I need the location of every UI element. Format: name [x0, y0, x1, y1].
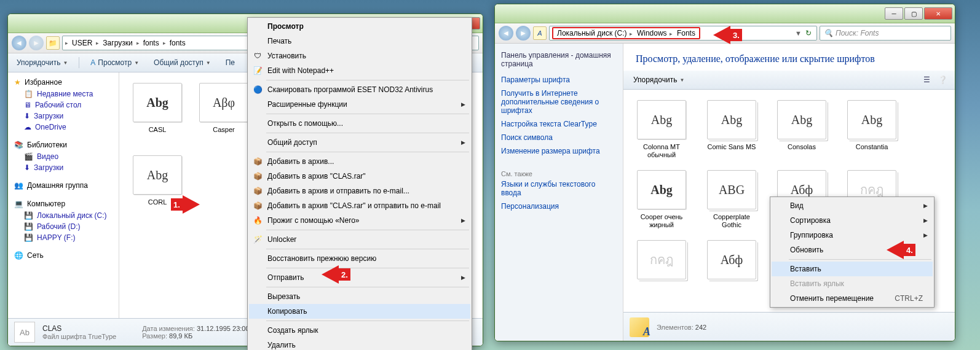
- menu-item[interactable]: Сканировать программой ESET NOD32 Antivi…: [249, 82, 470, 97]
- date-label: Дата изменения:: [142, 325, 195, 332]
- crumb-fonts2[interactable]: fonts: [167, 37, 188, 49]
- network-header[interactable]: 🌐Сеть: [8, 249, 119, 262]
- menu-item[interactable]: Создать ярлык: [249, 323, 470, 338]
- size-value: 89,9 КБ: [169, 332, 192, 340]
- forward-button[interactable]: ►: [29, 36, 44, 50]
- status-thumb-icon: Ab: [14, 322, 35, 343]
- cp-link-online[interactable]: Получить в Интернете дополнительные свед…: [501, 87, 617, 117]
- menu-item[interactable]: Удалить: [249, 338, 470, 350]
- menu-item[interactable]: Расширенные функции▶: [249, 97, 470, 112]
- sidebar-recent[interactable]: 📋Недавние места: [8, 88, 119, 99]
- menu-item[interactable]: Отправить▶: [249, 270, 470, 285]
- menu-item[interactable]: Edit with Notepad++📝: [249, 63, 470, 78]
- statusbar: Элементов: 242: [623, 312, 955, 341]
- sidebar-downloads2[interactable]: ⬇Загрузки: [8, 162, 119, 173]
- crumb-fonts1[interactable]: fonts: [141, 37, 162, 49]
- font-thumb: Abg: [637, 170, 686, 209]
- font-item[interactable]: Абф: [701, 237, 762, 305]
- close-button[interactable]: ✕: [924, 7, 952, 20]
- font-file-CASL[interactable]: AbgCASL: [127, 80, 188, 147]
- organize-button[interactable]: Упорядочить▼: [13, 56, 71, 69]
- menu-item[interactable]: Сортировка▶: [772, 213, 933, 228]
- font-item[interactable]: ABGCopperplate Gothic: [701, 167, 762, 235]
- font-item[interactable]: กคฎ: [631, 237, 692, 305]
- menu-item[interactable]: Общий доступ▶: [249, 135, 470, 150]
- cp-link-lang[interactable]: Языки и службы текстового ввода: [501, 177, 617, 200]
- menu-item[interactable]: Добавить в архив...📦: [249, 154, 470, 169]
- font-item[interactable]: AbgConstantia: [841, 97, 903, 165]
- font-thumb: Абф: [707, 240, 756, 279]
- crumb-c[interactable]: Локальный диск (C:): [555, 28, 630, 39]
- crumb-downloads[interactable]: Загрузки: [100, 37, 135, 49]
- homegroup-header[interactable]: 👥Домашняя группа: [8, 179, 119, 192]
- menu-item[interactable]: Печать: [249, 34, 470, 49]
- font-thumb: ABG: [707, 170, 756, 209]
- share-button[interactable]: Общий доступ▼: [150, 56, 215, 69]
- menu-icon: 🔵: [253, 85, 263, 95]
- font-item[interactable]: AbgComic Sans MS: [701, 97, 762, 165]
- menu-item[interactable]: Вырезать: [249, 289, 470, 304]
- sidebar-onedrive[interactable]: ☁OneDrive: [8, 122, 119, 133]
- back-button[interactable]: ◄: [499, 26, 513, 41]
- sidebar-drive-f[interactable]: 💾HAPPY (F:): [8, 232, 119, 243]
- count-label: Элементов:: [657, 324, 694, 331]
- font-label: Copperplate Gothic: [705, 213, 758, 229]
- view-button[interactable]: ☰: [920, 74, 933, 86]
- crumb-windows[interactable]: Windows: [634, 28, 670, 39]
- menu-shortcut: CTRL+Z: [895, 294, 923, 303]
- font-item[interactable]: AbgConsolas: [771, 97, 832, 165]
- menu-item[interactable]: Просмотр: [249, 19, 470, 34]
- menu-item[interactable]: Прожиг с помощью «Nero»🔥▶: [249, 213, 470, 228]
- cp-link-params[interactable]: Параметры шрифта: [501, 73, 617, 87]
- menu-item[interactable]: Добавить в архив "CLAS.rar"📦: [249, 169, 470, 184]
- menu-item[interactable]: Копировать: [249, 304, 470, 319]
- cp-home-link[interactable]: Панель управления - домашняя страница: [501, 51, 617, 68]
- back-button[interactable]: ◄: [12, 36, 26, 50]
- cp-link-charmap[interactable]: Поиск символа: [501, 131, 617, 144]
- font-thumb: Abg: [133, 155, 182, 195]
- font-item[interactable]: AbgCooper очень жирный: [631, 167, 692, 235]
- minimize-button[interactable]: ─: [885, 7, 903, 20]
- submenu-arrow-icon: ▶: [923, 217, 928, 224]
- font-label: Casper: [213, 126, 234, 134]
- sidebar-desktop[interactable]: 🖥Рабочий стол: [8, 99, 119, 111]
- menu-item[interactable]: Отменить перемещениеCTRL+Z: [772, 291, 933, 306]
- font-item[interactable]: AbgColonna MT обычный: [631, 97, 692, 165]
- sidebar-drive-c[interactable]: 💾Локальный диск (C:): [8, 210, 119, 221]
- menu-item[interactable]: Добавить в архив и отправить по e-mail..…: [249, 184, 470, 198]
- cp-link-personalization[interactable]: Персонализация: [501, 200, 617, 213]
- preview-button[interactable]: AПросмотр▼: [87, 56, 143, 69]
- favorites-header[interactable]: ★Избранное: [8, 76, 119, 88]
- sidebar-drive-d[interactable]: 💾Рабочий (D:): [8, 221, 119, 232]
- libraries-header[interactable]: 📚Библиотеки: [8, 139, 119, 151]
- menu-icon: 🪄: [253, 235, 263, 244]
- font-file-Casper[interactable]: ΑβφCasper: [193, 80, 255, 147]
- menu-item[interactable]: Установить🛡: [249, 49, 470, 63]
- search-input[interactable]: 🔍 Поиск: Fonts: [820, 26, 951, 41]
- maximize-button[interactable]: ▢: [904, 7, 923, 20]
- cp-link-fontsize[interactable]: Изменение размера шрифта: [501, 144, 617, 158]
- sidebar-videos[interactable]: 🎬Видео: [8, 151, 119, 162]
- crumb-user[interactable]: USER: [69, 37, 95, 49]
- cp-link-cleartype[interactable]: Настройка текста ClearType: [501, 117, 617, 131]
- annotation-step3: 3.: [713, 26, 742, 44]
- organize-button[interactable]: Упорядочить▼: [630, 74, 688, 86]
- see-also-header: См. также: [501, 170, 617, 177]
- font-thumb: Abg: [847, 100, 896, 139]
- font-label: Consolas: [788, 143, 816, 151]
- menu-icon: 🛡: [253, 51, 263, 61]
- menu-item[interactable]: Восстановить прежнюю версию: [249, 251, 470, 266]
- crumb-fonts[interactable]: Fonts: [674, 28, 698, 39]
- menu-item[interactable]: Unlocker🪄: [249, 232, 470, 247]
- refresh-icon[interactable]: ↻: [803, 29, 814, 37]
- computer-header[interactable]: 💻Компьютер: [8, 198, 119, 210]
- print-button[interactable]: Пе: [222, 56, 242, 69]
- menu-item[interactable]: Вставить: [772, 262, 933, 276]
- breadcrumb[interactable]: Локальный диск (C:)▸ Windows▸ Fonts ▼ ↻: [549, 26, 817, 41]
- menu-item[interactable]: Вид▶: [772, 198, 933, 213]
- forward-button[interactable]: ►: [516, 26, 531, 41]
- sidebar-downloads[interactable]: ⬇Загрузки: [8, 111, 119, 122]
- menu-item[interactable]: Добавить в архив "CLAS.rar" и отправить …: [249, 198, 470, 213]
- help-button[interactable]: ❔: [936, 74, 949, 86]
- menu-item[interactable]: Открыть с помощью...: [249, 116, 470, 131]
